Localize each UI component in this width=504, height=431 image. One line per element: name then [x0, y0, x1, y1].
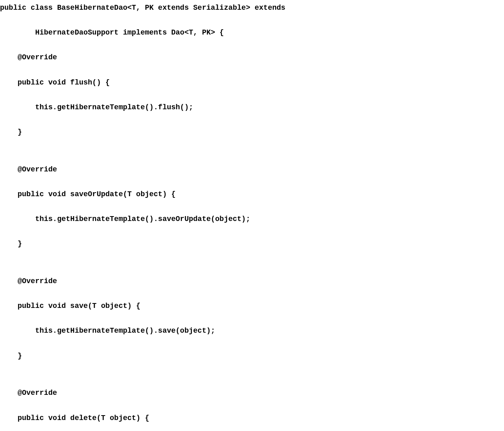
code-line: this.getHibernateTemplate().flush();: [0, 101, 504, 114]
code-line: public void saveOrUpdate(T object) {: [0, 188, 504, 201]
code-line: @Override: [0, 387, 504, 399]
code-line: public void delete(T object) {: [0, 412, 504, 425]
code-line: public class BaseHibernateDao<T, PK exte…: [0, 2, 504, 14]
code-pre: public class BaseHibernateDao<T, PK exte…: [0, 0, 504, 431]
code-line: this.getHibernateTemplate().save(object)…: [0, 325, 504, 337]
code-line: }: [0, 238, 504, 250]
code-line: }: [0, 126, 504, 139]
code-block: public class BaseHibernateDao<T, PK exte…: [0, 0, 504, 431]
code-line: this.getHibernateTemplate().saveOrUpdate…: [0, 213, 504, 225]
code-line: HibernateDaoSupport implements Dao<T, PK…: [0, 26, 504, 39]
code-line: public void flush() {: [0, 76, 504, 89]
code-line: @Override: [0, 163, 504, 176]
code-line: @Override: [0, 275, 504, 288]
code-line: public void save(T object) {: [0, 300, 504, 312]
code-line: @Override: [0, 51, 504, 64]
code-line: }: [0, 350, 504, 362]
